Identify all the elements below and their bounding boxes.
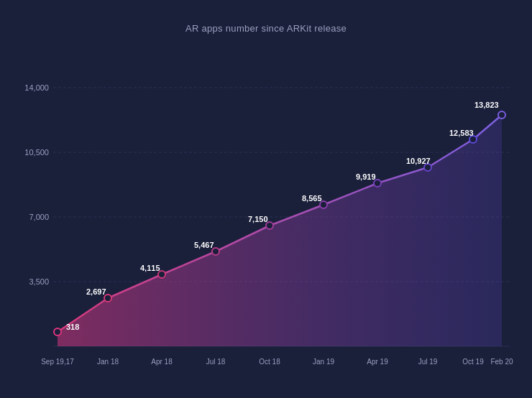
data-label-5467: 5,467: [194, 241, 214, 249]
data-label-13823: 13,823: [474, 101, 499, 109]
x-label-apr19: Apr 19: [367, 358, 388, 366]
y-label-10500: 10,500: [24, 148, 49, 157]
x-label-apr18: Apr 18: [151, 358, 173, 366]
y-label-3500: 3,500: [29, 277, 49, 286]
data-label-9919: 9,919: [356, 172, 376, 181]
data-point-sep17: [54, 328, 61, 335]
data-label-12583: 12,583: [449, 129, 474, 137]
data-label-10927: 10,927: [406, 157, 431, 165]
chart-svg: 14,000 10,500 7,000 3,500 318 2,697 4,11…: [22, 45, 510, 375]
data-label-2697: 2,697: [86, 287, 106, 296]
chart-area: 14,000 10,500 7,000 3,500 318 2,697 4,11…: [22, 45, 510, 375]
y-label-7000: 7,000: [29, 213, 49, 221]
chart-area-fill: [58, 115, 502, 346]
data-point-feb20: [498, 111, 505, 119]
data-label-318: 318: [66, 323, 79, 331]
x-label-jan19: Jan 19: [313, 358, 334, 366]
x-label-jan18: Jan 18: [97, 358, 119, 366]
x-label-oct19: Oct 19: [462, 358, 484, 366]
y-label-14000: 14,000: [24, 83, 49, 92]
x-label-jul19: Jul 19: [418, 358, 438, 366]
data-label-7150: 7,150: [248, 215, 268, 223]
data-label-4115: 4,115: [140, 264, 160, 272]
chart-title: AR apps number since ARKit release: [22, 23, 510, 34]
x-label-feb20: Feb 20: [490, 358, 513, 366]
x-label-jul18: Jul 18: [206, 358, 226, 366]
data-label-8565: 8,565: [302, 194, 322, 203]
x-label-oct18: Oct 18: [259, 358, 280, 366]
x-label-sep17: Sep 19,17: [41, 358, 74, 366]
chart-container: AR apps number since ARKit release: [7, 9, 525, 389]
